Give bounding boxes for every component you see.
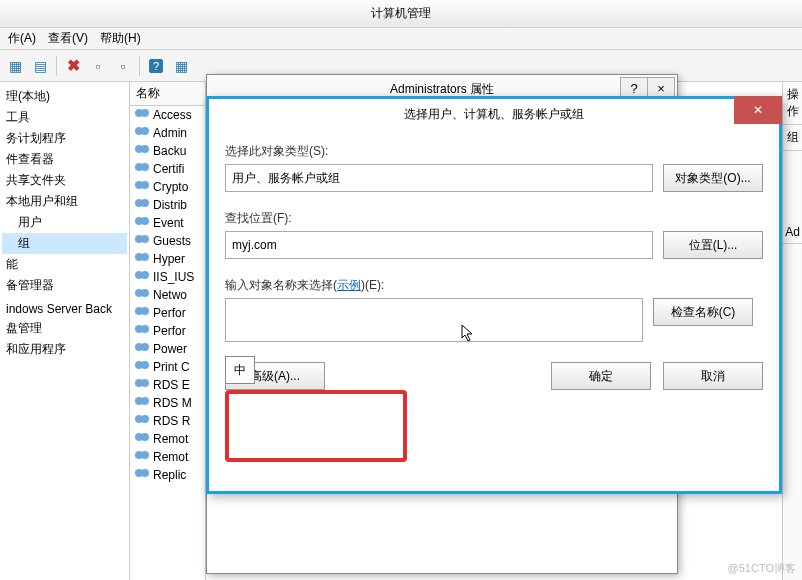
- toolbar-detail-icon[interactable]: ▤: [29, 55, 51, 77]
- tree-item[interactable]: 共享文件夹: [2, 170, 127, 191]
- tree-root[interactable]: 理(本地): [2, 86, 127, 107]
- group-icon: [134, 288, 150, 302]
- toolbar-help-icon[interactable]: ?: [145, 55, 167, 77]
- menu-action[interactable]: 作(A): [2, 28, 42, 49]
- list-item[interactable]: IIS_IUS: [130, 268, 205, 286]
- tree-item[interactable]: 盘管理: [2, 318, 127, 339]
- location-label: 查找位置(F):: [225, 211, 292, 225]
- ime-indicator[interactable]: 中: [225, 356, 255, 384]
- tree-item[interactable]: 和应用程序: [2, 339, 127, 360]
- group-icon: [134, 126, 150, 140]
- toolbar-props-icon[interactable]: ▦: [170, 55, 192, 77]
- list-item[interactable]: Event: [130, 214, 205, 232]
- toolbar-table-icon[interactable]: ▦: [4, 55, 26, 77]
- select-objects-close-button[interactable]: ✕: [734, 96, 782, 124]
- toolbar-new-icon[interactable]: ▫: [112, 55, 134, 77]
- tree-item[interactable]: 件查看器: [2, 149, 127, 170]
- tree-item[interactable]: 务计划程序: [2, 128, 127, 149]
- list-item[interactable]: Guests: [130, 232, 205, 250]
- object-names-label: 输入对象名称来选择(示例)(E):: [225, 278, 384, 292]
- list-item[interactable]: Perfor: [130, 304, 205, 322]
- group-icon: [134, 378, 150, 392]
- tree-item-groups[interactable]: 组: [2, 233, 127, 254]
- menu-view[interactable]: 查看(V): [42, 28, 94, 49]
- list-item[interactable]: Admin: [130, 124, 205, 142]
- watermark: @51CTO博客: [728, 561, 796, 576]
- group-icon: [134, 432, 150, 446]
- list-item[interactable]: Hyper: [130, 250, 205, 268]
- location-field[interactable]: [225, 231, 653, 259]
- group-icon: [134, 234, 150, 248]
- select-objects-dialog: 选择用户、计算机、服务帐户或组 ✕ 选择此对象类型(S): 对象类型(O)...…: [206, 96, 782, 494]
- object-types-button[interactable]: 对象类型(O)...: [663, 164, 763, 192]
- ok-button[interactable]: 确定: [551, 362, 651, 390]
- list-header-name[interactable]: 名称: [130, 82, 205, 106]
- main-window-title: 计算机管理: [371, 5, 431, 22]
- tree-item[interactable]: 本地用户和组: [2, 191, 127, 212]
- actions-ad[interactable]: Ad: [783, 221, 802, 244]
- select-objects-body: 选择此对象类型(S): 对象类型(O)... 查找位置(F): 位置(L)...…: [209, 129, 779, 404]
- list-item[interactable]: Perfor: [130, 322, 205, 340]
- list-item[interactable]: RDS E: [130, 376, 205, 394]
- locations-button[interactable]: 位置(L)...: [663, 231, 763, 259]
- group-icon: [134, 216, 150, 230]
- group-icon: [134, 198, 150, 212]
- group-icon: [134, 270, 150, 284]
- group-icon: [134, 306, 150, 320]
- group-icon: [134, 324, 150, 338]
- list-item[interactable]: Netwo: [130, 286, 205, 304]
- close-icon: ✕: [753, 103, 763, 117]
- object-names-input[interactable]: [225, 298, 643, 342]
- list-item[interactable]: RDS M: [130, 394, 205, 412]
- list-item[interactable]: Replic: [130, 466, 205, 484]
- list-item[interactable]: Crypto: [130, 178, 205, 196]
- group-icon: [134, 396, 150, 410]
- group-icon: [134, 252, 150, 266]
- actions-header: 操作: [783, 82, 802, 125]
- list-item[interactable]: Access: [130, 106, 205, 124]
- object-type-field[interactable]: [225, 164, 653, 192]
- tree-item-users[interactable]: 用户: [2, 212, 127, 233]
- check-names-button[interactable]: 检查名称(C): [653, 298, 753, 326]
- tree-item[interactable]: 工具: [2, 107, 127, 128]
- tree-item[interactable]: 能: [2, 254, 127, 275]
- list-item[interactable]: Backu: [130, 142, 205, 160]
- group-icon: [134, 360, 150, 374]
- menu-help[interactable]: 帮助(H): [94, 28, 147, 49]
- list-item[interactable]: Certifi: [130, 160, 205, 178]
- tree-item[interactable]: 备管理器: [2, 275, 127, 296]
- toolbar-separator: [56, 56, 57, 76]
- list-panel[interactable]: 名称 Access Admin Backu Certifi Crypto Dis…: [130, 82, 206, 580]
- group-icon: [134, 108, 150, 122]
- actions-group[interactable]: 组: [783, 125, 802, 151]
- group-icon: [134, 180, 150, 194]
- tree-panel[interactable]: 理(本地) 工具 务计划程序 件查看器 共享文件夹 本地用户和组 用户 组 能 …: [0, 82, 130, 580]
- select-objects-title: 选择用户、计算机、服务帐户或组: [404, 106, 584, 123]
- group-icon: [134, 450, 150, 464]
- group-icon: [134, 144, 150, 158]
- toolbar-delete-icon[interactable]: ✖: [62, 55, 84, 77]
- menubar: 作(A) 查看(V) 帮助(H): [0, 28, 802, 50]
- list-item[interactable]: Remot: [130, 430, 205, 448]
- list-item[interactable]: Print C: [130, 358, 205, 376]
- toolbar-copy-icon[interactable]: ▫: [87, 55, 109, 77]
- select-objects-titlebar[interactable]: 选择用户、计算机、服务帐户或组 ✕: [209, 99, 779, 129]
- group-icon: [134, 162, 150, 176]
- list-item[interactable]: Distrib: [130, 196, 205, 214]
- list-item[interactable]: RDS R: [130, 412, 205, 430]
- group-icon: [134, 468, 150, 482]
- tree-item[interactable]: indows Server Back: [2, 300, 127, 318]
- list-item[interactable]: Remot: [130, 448, 205, 466]
- group-icon: [134, 414, 150, 428]
- object-type-label: 选择此对象类型(S):: [225, 144, 328, 158]
- list-item[interactable]: Power: [130, 340, 205, 358]
- actions-panel: 操作 组 Ad: [782, 82, 802, 580]
- group-icon: [134, 342, 150, 356]
- cancel-button[interactable]: 取消: [663, 362, 763, 390]
- toolbar-separator: [139, 56, 140, 76]
- main-window-titlebar: 计算机管理: [0, 0, 802, 28]
- examples-link[interactable]: 示例: [337, 278, 361, 292]
